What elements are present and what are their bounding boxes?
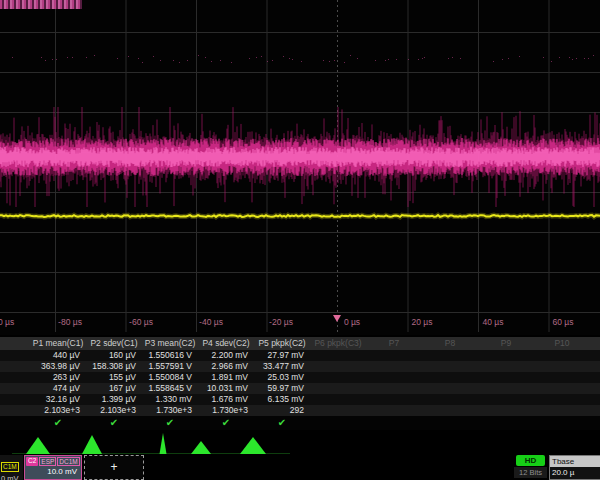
- c2-coupling-badge: DC1M: [57, 457, 79, 466]
- time-axis-label: 20 µs: [412, 317, 433, 327]
- measure-max-p6: [310, 383, 366, 394]
- measure-mean-p2: 158.308 µV: [86, 361, 142, 372]
- measure-mean-p8: [422, 361, 478, 372]
- time-axis-label: -100 µs: [0, 317, 14, 327]
- measure-status-p4: ✔: [198, 416, 254, 430]
- measure-header-p11[interactable]: P11: [590, 337, 600, 350]
- measure-min-p5: 25.03 mV: [254, 372, 310, 383]
- cropped-top-text: [0, 0, 82, 9]
- measure-header-p4[interactable]: P4 sdev(C2): [198, 337, 254, 350]
- measure-header-p5[interactable]: P5 pkpk(C2): [254, 337, 310, 350]
- measure-value-p6: [310, 350, 366, 361]
- histicon-p5: [240, 437, 266, 454]
- measure-status-p9: [478, 416, 534, 430]
- measure-sdev-p8: [422, 394, 478, 405]
- measure-max-p11: [590, 383, 600, 394]
- c2-channel-descriptor[interactable]: C2 ESP DC1M 10.0 mV: [24, 455, 82, 480]
- measure-mean-p11: [590, 361, 600, 372]
- timebase-title: Tbase: [550, 456, 600, 467]
- measure-table: P1 mean(C1)P2 sdev(C1)P3 mean(C2)P4 sdev…: [0, 337, 600, 430]
- measure-header-p3[interactable]: P3 mean(C2): [142, 337, 198, 350]
- measure-sdev-p7: [366, 394, 422, 405]
- waveform-display[interactable]: -100 µs-80 µs-60 µs-40 µs-20 µs0 µs20 µs…: [0, 0, 600, 335]
- time-axis-label: -40 µs: [199, 317, 223, 327]
- measure-max-p3: 1.558645 V: [142, 383, 198, 394]
- measure-min-p6: [310, 372, 366, 383]
- c2-volts-per-div: 10.0 mV: [25, 466, 81, 478]
- trigger-position-marker[interactable]: [333, 315, 341, 322]
- measure-max-p8: [422, 383, 478, 394]
- measure-num-p2: 2.103e+3: [86, 405, 142, 416]
- measure-mean-p3: 1.557591 V: [142, 361, 198, 372]
- histicon-p3: [160, 433, 167, 454]
- add-trace-slot[interactable]: +: [84, 455, 144, 480]
- histicon-p1: [26, 437, 50, 454]
- measure-sdev-p2: 1.399 µV: [86, 394, 142, 405]
- descriptor-bar: C1M 0 mV C2 ESP DC1M 10.0 mV + HD 12 Bit…: [0, 454, 600, 480]
- timebase-descriptor[interactable]: Tbase 20.0 µ: [549, 455, 600, 480]
- time-axis-label: -20 µs: [269, 317, 293, 327]
- measure-num-p11: [590, 405, 600, 416]
- hd-mode-badge[interactable]: HD: [516, 455, 545, 466]
- measure-value-p3: 1.550616 V: [142, 350, 198, 361]
- measure-sdev-p11: [590, 394, 600, 405]
- measure-value-p8: [422, 350, 478, 361]
- measure-num-p6: [310, 405, 366, 416]
- measure-max-p9: [478, 383, 534, 394]
- measure-value-p7: [366, 350, 422, 361]
- measure-header-p1[interactable]: P1 mean(C1): [30, 337, 86, 350]
- measure-header-p9[interactable]: P9: [478, 337, 534, 350]
- measure-header-p10[interactable]: P10: [534, 337, 590, 350]
- measure-status-p1: ✔: [30, 416, 86, 430]
- measure-mean-p4: 2.966 mV: [198, 361, 254, 372]
- measure-sdev-p1: 32.16 µV: [30, 394, 86, 405]
- timebase-per-div: 20.0 µ: [550, 467, 600, 479]
- hd-bits-label: 12 Bits: [514, 467, 547, 478]
- measure-sdev-p6: [310, 394, 366, 405]
- measure-min-p4: 1.891 mV: [198, 372, 254, 383]
- measure-min-p11: [590, 372, 600, 383]
- measure-mean-p7: [366, 361, 422, 372]
- measure-max-p2: 167 µV: [86, 383, 142, 394]
- measure-status-p2: ✔: [86, 416, 142, 430]
- measure-num-p10: [534, 405, 590, 416]
- time-axis-label: -60 µs: [129, 317, 153, 327]
- measure-status-p8: [422, 416, 478, 430]
- time-axis-label: 0 µs: [344, 317, 360, 327]
- measure-status-p7: [366, 416, 422, 430]
- c1-channel-descriptor[interactable]: C1M 0 mV: [0, 455, 23, 480]
- measure-header-p2[interactable]: P2 sdev(C1): [86, 337, 142, 350]
- measure-num-p9: [478, 405, 534, 416]
- measure-header-p7[interactable]: P7: [366, 337, 422, 350]
- histicon-p4: [191, 441, 211, 454]
- measure-min-p3: 1.550084 V: [142, 372, 198, 383]
- time-axis-label: 40 µs: [483, 317, 504, 327]
- measure-status-p5: ✔: [254, 416, 310, 430]
- measure-max-p4: 10.031 mV: [198, 383, 254, 394]
- measure-mean-p5: 33.477 mV: [254, 361, 310, 372]
- measure-status-p3: ✔: [142, 416, 198, 430]
- measure-min-p7: [366, 372, 422, 383]
- c2-esp-badge: ESP: [39, 457, 56, 466]
- time-axis-label: 60 µs: [553, 317, 574, 327]
- measure-mean-p10: [534, 361, 590, 372]
- measure-mean-p1: 363.98 µV: [30, 361, 86, 372]
- time-axis: -100 µs-80 µs-60 µs-40 µs-20 µs0 µs20 µs…: [0, 317, 600, 331]
- measure-num-p3: 1.730e+3: [142, 405, 198, 416]
- measure-sdev-p3: 1.330 mV: [142, 394, 198, 405]
- measure-sdev-p5: 6.135 mV: [254, 394, 310, 405]
- measure-header-p8[interactable]: P8: [422, 337, 478, 350]
- measure-header-p6[interactable]: P6 pkpk(C3): [310, 337, 366, 350]
- c1-coupling-badge: C1M: [1, 462, 19, 472]
- measure-max-p5: 59.97 mV: [254, 383, 310, 394]
- measure-min-p8: [422, 372, 478, 383]
- measure-value-p5: 27.97 mV: [254, 350, 310, 361]
- oscilloscope-screen: -100 µs-80 µs-60 µs-40 µs-20 µs0 µs20 µs…: [0, 0, 600, 480]
- measure-min-p9: [478, 372, 534, 383]
- measure-min-p10: [534, 372, 590, 383]
- measure-value-p10: [534, 350, 590, 361]
- measure-mean-p6: [310, 361, 366, 372]
- measure-num-p1: 2.103e+3: [30, 405, 86, 416]
- measure-value-p4: 2.200 mV: [198, 350, 254, 361]
- measure-value-p2: 160 µV: [86, 350, 142, 361]
